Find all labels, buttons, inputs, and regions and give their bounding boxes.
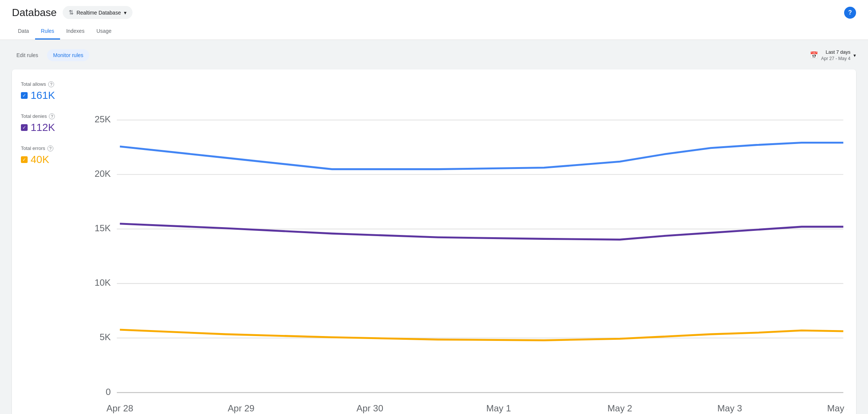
toolbar: Edit rules Monitor rules 📅 Last 7 days A…: [12, 49, 856, 62]
chart-svg: 25K 20K 15K 10K 5K 0: [90, 78, 847, 414]
svg-text:25K: 25K: [95, 114, 111, 124]
help-button[interactable]: ?: [844, 7, 856, 19]
chevron-down-icon: ▾: [124, 10, 127, 16]
help-icon-denies[interactable]: ?: [49, 113, 55, 119]
main-content: Edit rules Monitor rules 📅 Last 7 days A…: [0, 40, 868, 414]
date-range-text: Last 7 days Apr 27 - May 4: [821, 49, 850, 62]
db-selector-icon: ⇅: [69, 9, 74, 16]
page-header: Database ⇅ Realtime Database ▾ ? Data Ru…: [0, 0, 868, 40]
legend-label-denies: Total denies ?: [21, 113, 81, 119]
calendar-icon: 📅: [810, 51, 818, 59]
page-title: Database: [12, 7, 57, 19]
legend-item-denies: Total denies ? 112K: [21, 113, 81, 134]
monitor-rules-button[interactable]: Monitor rules: [47, 49, 89, 61]
date-range-line1: Last 7 days: [821, 49, 850, 56]
errors-count: 40K: [31, 154, 49, 166]
date-range-line2: Apr 27 - May 4: [821, 56, 850, 62]
svg-text:5K: 5K: [100, 332, 111, 342]
checkbox-allows[interactable]: [21, 92, 28, 99]
svg-text:Apr 29: Apr 29: [228, 403, 255, 413]
svg-text:May 1: May 1: [486, 403, 511, 413]
tab-usage[interactable]: Usage: [90, 23, 117, 40]
checkbox-errors[interactable]: [21, 156, 28, 163]
allows-count: 161K: [31, 90, 55, 101]
legend-value-errors: 40K: [21, 154, 81, 166]
svg-text:Apr 28: Apr 28: [106, 403, 133, 413]
legend-item-errors: Total errors ? 40K: [21, 145, 81, 166]
chart-area: 25K 20K 15K 10K 5K 0: [90, 78, 847, 414]
date-range-selector[interactable]: 📅 Last 7 days Apr 27 - May 4 ▾: [810, 49, 856, 62]
legend-label-allows: Total allows ?: [21, 81, 81, 87]
legend-value-allows: 161K: [21, 90, 81, 101]
db-selector-label: Realtime Database: [77, 10, 121, 16]
toolbar-left: Edit rules Monitor rules: [12, 49, 89, 61]
legend-item-allows: Total allows ? 161K: [21, 81, 81, 101]
legend-text-errors: Total errors: [21, 145, 45, 151]
svg-text:Apr 30: Apr 30: [356, 403, 383, 413]
svg-text:15K: 15K: [95, 223, 111, 233]
tab-rules[interactable]: Rules: [35, 23, 60, 40]
svg-text:May 3: May 3: [717, 403, 742, 413]
edit-rules-button[interactable]: Edit rules: [12, 49, 43, 61]
help-icon-allows[interactable]: ?: [48, 81, 54, 87]
svg-text:May 2: May 2: [608, 403, 632, 413]
svg-text:10K: 10K: [95, 277, 111, 288]
db-selector-button[interactable]: ⇅ Realtime Database ▾: [63, 6, 132, 19]
svg-text:May 4: May 4: [827, 403, 847, 413]
svg-text:20K: 20K: [95, 169, 111, 179]
chevron-down-icon: ▾: [853, 53, 856, 58]
legend-text-allows: Total allows: [21, 81, 46, 87]
help-icon-errors[interactable]: ?: [47, 145, 53, 151]
svg-text:0: 0: [106, 387, 111, 397]
checkbox-denies[interactable]: [21, 124, 28, 131]
chart-card: Total allows ? 161K Total denies ?: [12, 69, 856, 414]
chart-layout: Total allows ? 161K Total denies ?: [21, 78, 847, 414]
chart-legend: Total allows ? 161K Total denies ?: [21, 78, 81, 414]
tab-indexes[interactable]: Indexes: [60, 23, 90, 40]
tab-data[interactable]: Data: [12, 23, 35, 40]
legend-value-denies: 112K: [21, 122, 81, 134]
denies-count: 112K: [31, 122, 55, 134]
legend-label-errors: Total errors ?: [21, 145, 81, 151]
legend-text-denies: Total denies: [21, 113, 47, 119]
nav-tabs: Data Rules Indexes Usage: [12, 23, 856, 40]
